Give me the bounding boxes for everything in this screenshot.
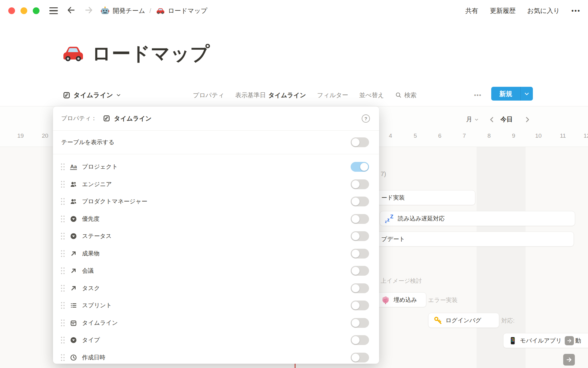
property-row-sprint[interactable]: スプリント [53, 297, 379, 314]
prev-period-icon[interactable] [489, 116, 494, 125]
back-arrow-icon[interactable] [66, 6, 76, 16]
drag-handle-icon[interactable] [60, 250, 65, 258]
more-options-icon[interactable]: ••• [571, 7, 581, 14]
search-icon [395, 92, 402, 98]
help-icon[interactable]: ? [362, 114, 370, 123]
property-row-priority[interactable]: 優先度 [53, 210, 379, 228]
breadcrumb-page[interactable]: ロードマップ [168, 6, 207, 15]
topbar-actions: 共有 更新履歴 お気に入り ••• [466, 0, 581, 21]
property-row-timeline[interactable]: タイムライン [53, 314, 379, 332]
new-button[interactable]: 新規 [491, 87, 533, 101]
property-row-type[interactable]: タイプ [53, 332, 379, 349]
date-basis-menu-item[interactable]: 表示基準日 タイムライン [235, 91, 306, 99]
drag-handle-icon[interactable] [60, 284, 65, 292]
card-title: ログインバグ [446, 316, 481, 324]
breadcrumb: 開発チーム / ロードマップ [100, 6, 207, 16]
timeline-card[interactable]: プデート [352, 232, 574, 247]
property-visibility-toggle[interactable] [351, 231, 369, 241]
property-row-product-manager[interactable]: プロダクトマネージャー [53, 193, 379, 210]
property-visibility-toggle[interactable] [351, 335, 369, 345]
property-row-deliverables[interactable]: 成果物 [53, 245, 379, 262]
property-row-meetings[interactable]: 会議 [53, 262, 379, 279]
property-label: プロダクトマネージャー [82, 197, 147, 205]
drag-handle-icon[interactable] [60, 301, 65, 309]
drag-handle-icon[interactable] [60, 215, 65, 223]
property-visibility-toggle[interactable] [351, 283, 369, 293]
favorite-button[interactable]: お気に入り [527, 6, 560, 15]
property-label: ステータス [82, 232, 112, 240]
show-table-toggle[interactable] [351, 137, 369, 147]
drag-handle-icon[interactable] [60, 336, 65, 344]
timeline-card[interactable]: z z Z 読み込み遅延対応 [380, 211, 575, 226]
date-basis-value: タイムライン [268, 91, 306, 99]
property-visibility-toggle[interactable] [351, 353, 369, 362]
property-visibility-toggle[interactable] [351, 318, 369, 328]
property-visibility-toggle[interactable] [351, 162, 369, 172]
close-button[interactable] [8, 7, 15, 14]
drag-handle-icon[interactable] [60, 319, 65, 327]
property-row-engineer[interactable]: エンジニア [53, 176, 379, 193]
property-visibility-toggle[interactable] [351, 179, 369, 189]
search-menu-item[interactable]: 検索 [395, 91, 417, 99]
card-title: モバイルアプリ [520, 337, 562, 345]
property-visibility-toggle[interactable] [351, 249, 369, 259]
show-table-label: テーブルを表示する [61, 138, 115, 146]
forward-arrow-icon[interactable] [84, 6, 93, 16]
open-page-arrow-icon[interactable] [563, 354, 575, 366]
filter-menu-item[interactable]: フィルター [317, 91, 348, 99]
date-label: 8 [488, 132, 491, 139]
timeline-card[interactable]: モバイルアプリ 動 [503, 333, 588, 348]
page-icon-car[interactable] [61, 40, 86, 67]
sort-menu-item[interactable]: 並べ替え [359, 91, 384, 99]
new-button-label[interactable]: 新規 [491, 90, 520, 98]
properties-popup: プロパティ： タイムライン ? テーブルを表示する Aa プロジェクト [53, 106, 379, 364]
relation-icon [70, 267, 77, 274]
key-emoji-icon [433, 316, 443, 325]
next-period-icon[interactable] [525, 116, 530, 125]
date-label: 5 [414, 132, 417, 139]
property-visibility-toggle[interactable] [351, 214, 369, 224]
date-label: 6 [438, 132, 442, 139]
person-icon [70, 198, 77, 205]
property-visibility-toggle[interactable] [351, 197, 369, 206]
properties-menu-item[interactable]: プロパティ [193, 91, 224, 99]
share-button[interactable]: 共有 [466, 6, 478, 15]
property-row-status[interactable]: ステータス [53, 228, 379, 245]
timeline-card[interactable]: ログインバグ [428, 313, 499, 328]
property-visibility-toggle[interactable] [351, 301, 369, 310]
month-scale-selector[interactable]: 月 [466, 115, 479, 124]
property-label: タイムライン [82, 319, 118, 327]
tab-timeline-view[interactable]: タイムライン [63, 88, 121, 102]
property-label: プロジェクト [82, 163, 118, 171]
date-label: 19 [17, 132, 24, 139]
drag-handle-icon[interactable] [60, 232, 65, 240]
select-icon [70, 336, 77, 344]
drag-handle-icon[interactable] [60, 267, 65, 275]
search-label: 検索 [404, 91, 417, 99]
property-row-tasks[interactable]: タスク [53, 280, 379, 297]
property-row-created-time[interactable]: 作成日時 [53, 349, 379, 364]
toolbar-more-icon[interactable]: ••• [474, 88, 482, 102]
zoom-button[interactable] [33, 7, 40, 14]
minimize-button[interactable] [21, 7, 27, 14]
drag-handle-icon[interactable] [60, 354, 65, 362]
property-visibility-toggle[interactable] [351, 266, 369, 276]
new-button-chevron[interactable] [521, 91, 533, 97]
page-title[interactable]: ロードマップ [92, 41, 210, 67]
relation-icon [70, 250, 77, 257]
date-basis-label: 表示基準日 [235, 91, 266, 99]
group-count-fragment: 7) [381, 171, 386, 178]
sidebar-menu-icon[interactable] [49, 7, 58, 14]
breadcrumb-team[interactable]: 開発チーム [113, 6, 145, 15]
updates-button[interactable]: 更新履歴 [490, 6, 516, 15]
drag-handle-icon[interactable] [60, 163, 65, 171]
today-button[interactable]: 今日 [500, 115, 513, 124]
drag-handle-icon[interactable] [60, 197, 65, 205]
drag-handle-icon[interactable] [60, 180, 65, 188]
open-page-arrow-icon[interactable] [565, 336, 574, 345]
popup-header: プロパティ： タイムライン ? [53, 106, 379, 130]
date-label: 4 [389, 132, 392, 139]
property-row-project[interactable]: Aa プロジェクト [53, 158, 379, 175]
select-icon [70, 232, 77, 240]
property-label: 優先度 [82, 215, 100, 223]
